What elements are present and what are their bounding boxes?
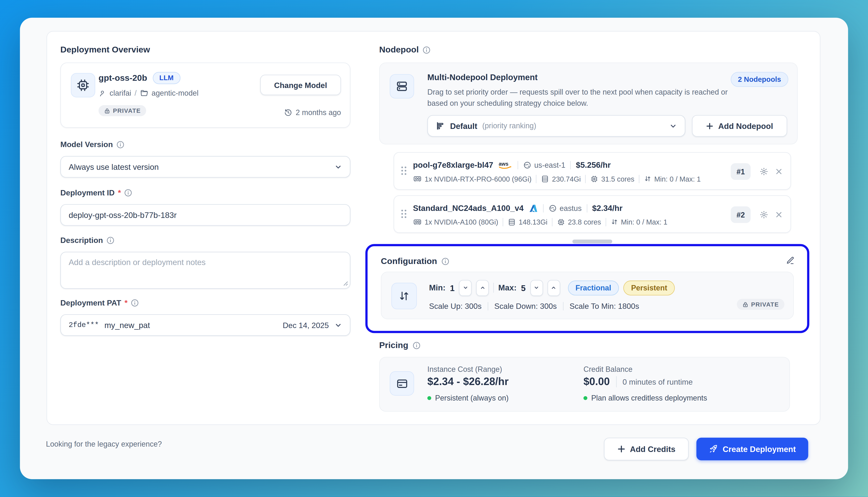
min-increment-button[interactable] xyxy=(476,280,489,296)
create-deployment-button[interactable]: Create Deployment xyxy=(697,438,808,460)
configuration-section: Configuration Min: 1 xyxy=(365,244,809,333)
model-chip-icon xyxy=(71,73,95,98)
configuration-private-badge: PRIVATE xyxy=(737,299,784,310)
model-version-select[interactable]: Always use latest version xyxy=(60,156,350,178)
pricing-heading: Pricing xyxy=(379,340,421,350)
gpu-icon xyxy=(413,174,422,183)
globe-icon xyxy=(548,204,557,212)
cpu-icon xyxy=(590,174,599,183)
lock-icon xyxy=(742,301,748,307)
divider xyxy=(563,302,563,310)
page-background: Deployment Overview gpt-oss-20b LLM xyxy=(0,0,868,497)
persistent-badge: Persistent xyxy=(623,280,675,295)
info-icon[interactable] xyxy=(124,188,132,197)
credit-note: Plan allows creditless deployments xyxy=(591,394,707,402)
priority-ranking-icon xyxy=(436,121,445,131)
status-dot xyxy=(428,396,431,400)
instance-cost-label: Instance Cost (Range) xyxy=(428,365,502,373)
pricing-card: Instance Cost (Range) $2.34 - $26.28/hr … xyxy=(379,357,790,412)
model-private-badge-text: PRIVATE xyxy=(113,108,141,114)
scale-to-min-value: Scale To Min: 1800s xyxy=(570,302,639,311)
deployment-pat-select[interactable]: 2fde*** my_new_pat Dec 14, 2025 xyxy=(60,314,350,336)
pool-rank-badge: #2 xyxy=(731,207,751,223)
edit-configuration-pencil-icon[interactable] xyxy=(786,256,795,265)
divider xyxy=(639,174,640,183)
info-icon[interactable] xyxy=(412,341,420,349)
pool-rank-badge: #1 xyxy=(731,163,751,180)
pool-cores: 23.8 cores xyxy=(568,218,601,226)
pool-remove-x-icon[interactable] xyxy=(775,211,783,219)
pool-memory: 148.13Gi xyxy=(519,218,547,226)
pool-settings-gear-icon[interactable] xyxy=(759,210,768,219)
deployment-id-input[interactable] xyxy=(60,204,350,226)
scheduling-strategy-select[interactable]: Default (priority ranking) xyxy=(428,115,685,137)
deployment-id-label: Deployment ID * xyxy=(60,188,132,197)
pricing-heading-text: Pricing xyxy=(379,340,408,350)
description-textarea[interactable] xyxy=(60,252,350,289)
memory-icon xyxy=(507,218,516,226)
credit-balance-value: $0.00 xyxy=(584,376,610,388)
chevron-down-icon xyxy=(334,321,342,329)
configuration-heading: Configuration xyxy=(381,256,449,266)
divider xyxy=(616,376,616,387)
pool-price: $2.34/hr xyxy=(592,204,622,213)
lock-icon xyxy=(104,108,110,114)
nodepool-heading: Nodepool xyxy=(379,45,431,55)
legacy-experience-link[interactable]: Looking for the legacy experience? xyxy=(46,440,162,448)
min-label: Min: xyxy=(429,283,446,292)
min-value: 1 xyxy=(450,283,454,293)
info-icon[interactable] xyxy=(116,140,124,148)
nodepool-list-scrollbar[interactable] xyxy=(573,240,612,243)
strategy-value: Default xyxy=(450,122,477,130)
resize-handle-icon[interactable] xyxy=(342,281,348,286)
rocket-icon xyxy=(709,444,718,454)
min-max-arrows-icon xyxy=(644,175,652,183)
pat-name: my_new_pat xyxy=(104,321,150,329)
info-icon[interactable] xyxy=(423,46,431,54)
deployment-form-panel: Deployment Overview gpt-oss-20b LLM xyxy=(46,31,821,425)
divider xyxy=(587,204,587,212)
pool-region: us-east-1 xyxy=(534,161,565,169)
credit-runtime: 0 minutes of runtime xyxy=(622,378,693,386)
globe-icon xyxy=(523,161,531,169)
change-model-button[interactable]: Change Model xyxy=(260,75,341,95)
plus-icon xyxy=(706,122,714,130)
aws-logo-icon: aws xyxy=(498,160,513,170)
model-card: gpt-oss-20b LLM clarifai / agentic-model xyxy=(60,62,350,128)
model-name: gpt-oss-20b xyxy=(99,73,147,83)
deployment-pat-label: Deployment PAT * xyxy=(60,298,139,307)
pool-cores: 31.5 cores xyxy=(601,174,634,183)
divider xyxy=(585,174,586,183)
deployment-overview-heading: Deployment Overview xyxy=(60,45,150,55)
divider xyxy=(503,218,503,226)
model-type-badge: LLM xyxy=(153,72,180,84)
pool-remove-x-icon[interactable] xyxy=(775,168,783,175)
divider xyxy=(605,218,606,226)
required-asterisk: * xyxy=(125,298,128,307)
configuration-heading-text: Configuration xyxy=(381,256,437,266)
max-increment-button[interactable] xyxy=(547,280,560,296)
multi-nodepool-card: Multi-Nodepool Deployment 2 Nodepools Dr… xyxy=(379,62,798,144)
model-app[interactable]: agentic-model xyxy=(152,89,198,97)
create-deployment-label: Create Deployment xyxy=(723,444,796,453)
azure-logo-icon xyxy=(529,203,538,213)
nodepool-row[interactable]: Standard_NC24ads_A100_v4 eastus $2.34/hr xyxy=(393,195,791,233)
drag-handle[interactable] xyxy=(401,167,406,175)
deployment-id-label-text: Deployment ID xyxy=(60,188,115,197)
info-icon[interactable] xyxy=(131,298,139,307)
nodepool-row[interactable]: pool-g7e8xlarge-bl47 aws us-east-1 $5.25… xyxy=(393,152,791,190)
add-nodepool-button[interactable]: Add Nodepool xyxy=(692,115,787,137)
drag-handle[interactable] xyxy=(401,210,406,218)
deployment-overview-heading-text: Deployment Overview xyxy=(60,45,150,55)
description-label: Description xyxy=(60,236,115,245)
info-icon[interactable] xyxy=(441,257,449,265)
info-icon[interactable] xyxy=(106,236,114,244)
model-owner[interactable]: clarifai xyxy=(110,89,131,97)
pool-gpu: 1x NVIDIA-A100 (80Gi) xyxy=(424,218,498,226)
min-decrement-button[interactable] xyxy=(459,280,472,296)
divider xyxy=(536,174,536,183)
pool-settings-gear-icon[interactable] xyxy=(759,167,768,176)
add-credits-button[interactable]: Add Credits xyxy=(604,438,689,460)
max-decrement-button[interactable] xyxy=(530,280,543,296)
configuration-card: Min: 1 Max: 5 xyxy=(381,272,794,319)
